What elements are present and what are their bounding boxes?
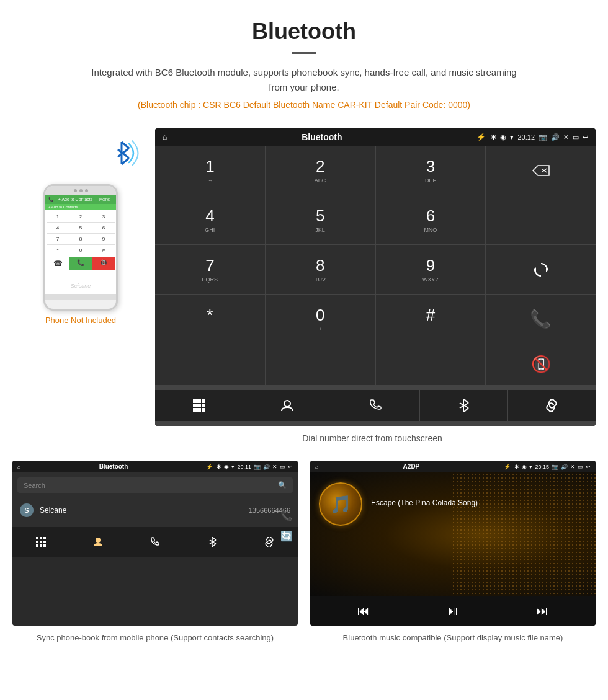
close-icon[interactable]: ✕ bbox=[563, 133, 569, 141]
dial-key-star[interactable]: * bbox=[155, 295, 265, 343]
pb-phone-icon[interactable]: 📞 bbox=[280, 510, 293, 521]
svg-rect-27 bbox=[36, 541, 38, 543]
dial-key-2[interactable]: 2ABC bbox=[266, 146, 375, 195]
svg-rect-17 bbox=[202, 408, 205, 412]
dial-key-hash[interactable]: # bbox=[376, 295, 486, 343]
dial-key-4[interactable]: 4GHI bbox=[155, 195, 265, 244]
dial-key-6[interactable]: 6MNO bbox=[376, 195, 486, 244]
pb-win-icon[interactable]: ▭ bbox=[280, 464, 285, 470]
contact-name: Seicane bbox=[40, 506, 243, 515]
pb-bt-icon: ✱ bbox=[217, 464, 221, 470]
mus-back-icon[interactable]: ↩ bbox=[586, 464, 591, 470]
phonebook-screen: ⌂ Bluetooth ⚡ ✱ ◉ ▾ 20:11 📷 🔊 ✕ ▭ ↩ bbox=[12, 461, 298, 626]
dial-key-3[interactable]: 3DEF bbox=[376, 146, 486, 195]
music-status-bar: ⌂ A2DP ⚡ ✱ ◉ ▾ 20:15 📷 🔊 ✕ ▭ ↩ bbox=[310, 461, 596, 472]
play-pause-button[interactable]: ⏯ bbox=[447, 604, 459, 618]
svg-rect-13 bbox=[197, 404, 201, 407]
dial-key-refresh[interactable] bbox=[486, 245, 596, 294]
page-title: Bluetooth bbox=[12, 19, 596, 45]
pb-refresh-icon[interactable]: 🔄 bbox=[280, 530, 293, 542]
dial-key-8[interactable]: 8TUV bbox=[266, 245, 375, 294]
dialpad-contacts-icon[interactable] bbox=[243, 390, 331, 421]
dial-key-empty-r2 bbox=[266, 343, 375, 385]
svg-line-35 bbox=[212, 537, 216, 540]
phonebook-right-icons: 📞 🔄 bbox=[280, 510, 293, 542]
mus-bt-icon: ✱ bbox=[514, 464, 519, 470]
svg-rect-29 bbox=[43, 541, 46, 543]
pb-x-icon[interactable]: ✕ bbox=[272, 464, 277, 470]
dialpad-link-icon[interactable] bbox=[508, 390, 596, 421]
svg-rect-24 bbox=[36, 537, 38, 539]
description-text: Integrated with BC6 Bluetooth module, su… bbox=[87, 65, 521, 95]
main-content: 📞 + Add to Contacts MORE + Add to Contac… bbox=[0, 116, 608, 644]
dialpad-bluetooth-icon[interactable] bbox=[420, 390, 507, 421]
svg-rect-30 bbox=[36, 544, 38, 547]
pb-cam-icon[interactable]: 📷 bbox=[254, 464, 261, 470]
contact-letter: S bbox=[20, 503, 34, 517]
pb-vol-icon[interactable]: 🔊 bbox=[263, 464, 270, 470]
volume-icon[interactable]: 🔊 bbox=[551, 133, 560, 141]
next-track-button[interactable]: ⏭ bbox=[536, 604, 548, 618]
svg-rect-31 bbox=[40, 544, 42, 547]
mus-screen-title: A2DP bbox=[322, 463, 500, 470]
window-icon[interactable]: ▭ bbox=[573, 133, 579, 141]
dial-key-9[interactable]: 9WXYZ bbox=[376, 245, 486, 294]
mus-x-icon[interactable]: ✕ bbox=[570, 464, 575, 470]
dial-key-0[interactable]: 0+ bbox=[266, 295, 375, 343]
dial-key-7[interactable]: 7PQRS bbox=[155, 245, 265, 294]
svg-line-20 bbox=[463, 399, 468, 403]
pb-back-icon[interactable]: ↩ bbox=[288, 464, 293, 470]
mus-usb-icon: ⚡ bbox=[504, 464, 511, 470]
music-inner: 🎵 Escape (The Pina Colada Song) bbox=[310, 472, 596, 536]
mus-vol-icon[interactable]: 🔊 bbox=[561, 464, 568, 470]
music-track-title: Escape (The Pina Colada Song) bbox=[371, 498, 478, 507]
svg-line-2 bbox=[118, 148, 129, 157]
mus-wifi-icon: ▾ bbox=[529, 464, 532, 470]
music-note-icon: 🎵 bbox=[330, 494, 352, 515]
home-icon[interactable]: ⌂ bbox=[163, 133, 167, 141]
dial-key-1[interactable]: 1⌁ bbox=[155, 146, 265, 195]
search-icon[interactable]: 🔍 bbox=[278, 481, 287, 489]
dialpad-phone-icon[interactable] bbox=[331, 390, 419, 421]
music-screen: ⌂ A2DP ⚡ ✱ ◉ ▾ 20:15 📷 🔊 ✕ ▭ ↩ bbox=[310, 461, 596, 626]
contact-entry[interactable]: S Seicane 13566664466 bbox=[17, 498, 293, 522]
dial-key-empty-2 bbox=[486, 195, 596, 244]
back-icon[interactable]: ↩ bbox=[583, 133, 588, 141]
camera-icon[interactable]: 📷 bbox=[539, 133, 547, 141]
svg-rect-28 bbox=[40, 541, 42, 543]
dial-key-empty-r1 bbox=[155, 343, 265, 385]
pb-home-icon[interactable]: ⌂ bbox=[17, 464, 20, 470]
svg-rect-25 bbox=[40, 537, 42, 539]
phonebook-content: Search 🔍 S Seicane 13566664466 📞 🔄 bbox=[12, 472, 298, 527]
svg-line-37 bbox=[212, 544, 216, 547]
phone-not-included-label: Phone Not Included bbox=[45, 316, 116, 325]
pb-time: 20:11 bbox=[237, 464, 251, 470]
dial-key-call-red[interactable]: 📵 bbox=[486, 343, 596, 385]
pb-grid-icon[interactable] bbox=[12, 532, 69, 552]
pb-usb-icon: ⚡ bbox=[206, 464, 213, 470]
phonebook-caption: Sync phone-book from mobile phone (Suppo… bbox=[12, 632, 298, 644]
svg-rect-12 bbox=[193, 404, 197, 407]
dialpad-screen: ⌂ Bluetooth ⚡ ✱ ◉ ▾ 20:12 📷 🔊 ✕ ▭ ↩ bbox=[155, 128, 596, 426]
pb-contacts-icon[interactable] bbox=[69, 532, 127, 552]
dial-key-backspace[interactable] bbox=[486, 146, 596, 195]
mus-win-icon[interactable]: ▭ bbox=[578, 464, 583, 470]
music-wrap: ⌂ A2DP ⚡ ✱ ◉ ▾ 20:15 📷 🔊 ✕ ▭ ↩ bbox=[310, 461, 596, 644]
svg-rect-26 bbox=[43, 537, 46, 539]
dial-key-call-green[interactable]: 📞 bbox=[486, 295, 596, 343]
mus-time: 20:15 bbox=[535, 464, 549, 470]
prev-track-button[interactable]: ⏮ bbox=[357, 604, 370, 618]
svg-line-3 bbox=[122, 158, 129, 164]
svg-line-22 bbox=[463, 408, 468, 412]
mus-cam-icon[interactable]: 📷 bbox=[552, 464, 558, 470]
dial-key-5[interactable]: 5JKL bbox=[266, 195, 375, 244]
pb-phone2-icon[interactable] bbox=[127, 532, 184, 552]
pb-loc-icon: ◉ bbox=[224, 464, 229, 470]
dialpad-grid-icon[interactable] bbox=[155, 390, 243, 421]
phonebook-search-bar[interactable]: Search 🔍 bbox=[17, 477, 293, 493]
phonebook-status-bar: ⌂ Bluetooth ⚡ ✱ ◉ ▾ 20:11 📷 🔊 ✕ ▭ ↩ bbox=[12, 461, 298, 472]
pb-bt2-icon[interactable] bbox=[184, 532, 241, 552]
svg-rect-14 bbox=[202, 404, 205, 407]
mus-home-icon[interactable]: ⌂ bbox=[315, 464, 318, 470]
svg-line-1 bbox=[122, 142, 129, 148]
